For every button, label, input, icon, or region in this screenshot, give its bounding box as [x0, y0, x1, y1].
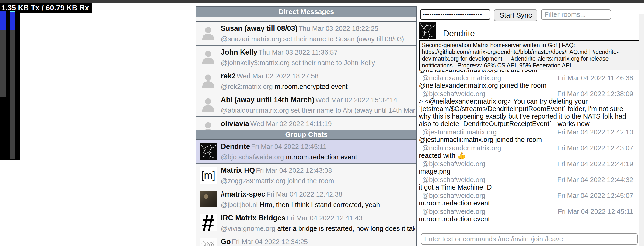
preview-sender: @jboi:jboi.nl: [221, 201, 258, 208]
person-icon: [200, 25, 216, 42]
room-row-oliviavia[interactable]: oliviavia Wed Mar 02 2022 14:11:19: [196, 117, 416, 130]
rx-bar-cyan-segment: [10, 11, 16, 12]
chat-panel: Start Sync Dendrite Second-generation Ma…: [419, 7, 644, 246]
room-timestamp: Wed Mar 02 2022 18:27:58: [236, 72, 318, 80]
room-name: Matrix HQ: [221, 166, 255, 174]
preview-text: m.room.redaction event: [286, 153, 357, 161]
chat-scrollbar[interactable]: [639, 14, 644, 246]
tx-bar: [0, 11, 6, 160]
message-body: image.png: [419, 168, 639, 175]
preview-sender: @bjo:schafweide.org: [221, 153, 284, 161]
room-name: IRC Matrix Bridges: [221, 214, 285, 222]
message-timestamp: Fri Mar 04 2022 12:38:09: [557, 90, 633, 98]
window-top-strip: [0, 0, 644, 3]
room-name: John Kelly: [221, 48, 257, 56]
message-timestamp: Fri Mar 04 2022 12:45:07: [557, 192, 633, 199]
message-body: m.room.redaction event: [419, 199, 639, 207]
room-timestamp: Fri Mar 04 2022 12:43:08: [256, 167, 332, 174]
room-name: rek2: [221, 72, 236, 80]
hash-icon: #: [200, 214, 216, 231]
message-body: it got a Time Machine :D: [419, 184, 639, 191]
person-icon: [200, 72, 216, 90]
dendrite-avatar: [419, 22, 436, 39]
tx-bar-gray-segment: [0, 30, 6, 97]
room-name: #matrix-spec: [221, 190, 265, 198]
gopher-avatar: [200, 238, 216, 246]
room-timestamp: Fri Mar 04 2022 12:45:11: [251, 143, 327, 150]
photo-avatar: [200, 191, 216, 208]
room-name: Abi (away until 14th March): [221, 96, 314, 104]
message: @jestunmactii:matrix.orgFri Mar 04 2022 …: [419, 128, 639, 143]
message-timestamp: Fri Mar 04 2022 11:46:38: [558, 74, 634, 82]
message-sender: @bjo:schafweide.org: [422, 192, 485, 199]
scrolled-row-remnant: [196, 17, 416, 22]
preview-sender: @snazari:matrix.org: [221, 35, 282, 43]
sync-toolbar: Start Sync: [420, 9, 611, 21]
preview-text: Hrm, then I think I stand corrected, yea…: [260, 201, 380, 208]
room-row-abi[interactable]: Abi (away until 14th March) Wed Mar 02 2…: [196, 93, 416, 117]
room-timestamp: Fri Mar 04 2022 12:41:43: [286, 214, 362, 222]
message-timestamp: Fri Mar 04 2022 12:43:07: [557, 144, 633, 152]
room-row-go[interactable]: Go Fri Mar 04 2022 12:34:25: [196, 235, 416, 246]
rx-bar: [10, 11, 16, 160]
room-timestamp: Fri Mar 04 2022 12:34:25: [232, 238, 308, 246]
room-row-matrix-hq[interactable]: [m] Matrix HQ Fri Mar 04 2022 12:43:08 @…: [196, 164, 416, 188]
message-timeline: @neilalexander:matrix.orgFri Mar 04 2022…: [419, 58, 639, 224]
preview-text: after a bridge is restarted, how long do…: [277, 225, 415, 232]
message-body: m.room.redaction event: [419, 215, 639, 223]
room-timestamp: Thu Mar 03 2022 11:36:57: [258, 48, 338, 56]
message: @neilalexander:matrix.orgFri Mar 04 2022…: [419, 74, 639, 89]
room-timestamp: Wed Mar 02 2022 15:02:14: [316, 96, 397, 104]
matrix-logo-avatar: [m]: [200, 167, 216, 184]
room-row-dendrite[interactable]: Dendrite Fri Mar 04 2022 12:45:11 @bjo:s…: [196, 140, 416, 164]
message: @bjo:schafweide.orgFri Mar 04 2022 12:44…: [419, 160, 639, 175]
room-row-matrix-spec[interactable]: #matrix-spec Fri Mar 04 2022 12:42:38 @j…: [196, 188, 416, 211]
rx-bar-blue-segment: [10, 12, 16, 30]
preview-sender: @zogg289:matrix.org: [221, 177, 286, 184]
message-sender: @neilalexander:matrix.org: [422, 74, 501, 82]
person-icon: [200, 96, 216, 113]
message-body: @jestunmactii:matrix.org joined the room: [419, 136, 639, 143]
message-composer-input[interactable]: [421, 234, 638, 244]
message-timestamp: Fri Mar 04 2022 12:44:32: [557, 176, 633, 184]
person-icon: [200, 120, 216, 130]
room-name: Go: [221, 238, 231, 246]
group-chats-header: Group Chats: [196, 130, 416, 140]
message-sender: @bjo:schafweide.org: [422, 90, 485, 98]
message-sender: @bjo:schafweide.org: [422, 160, 485, 168]
room-row-irc-matrix-bridges[interactable]: # IRC Matrix Bridges Fri Mar 04 2022 12:…: [196, 211, 416, 235]
message-sender: @neilalexander:matrix.org: [422, 144, 501, 152]
room-timestamp: Thu Mar 03 2022 18:22:25: [299, 25, 378, 32]
preview-sender: @vivia:gnome.org: [221, 225, 275, 232]
room-name: Susan (away till 08/03): [221, 24, 298, 32]
dendrite-avatar: [200, 143, 216, 160]
message-body: > <@neilalexander:matrix.org> You can tr…: [419, 98, 639, 128]
message-sender: @bjo:schafweide.org: [422, 176, 485, 184]
room-row-susan[interactable]: Susan (away till 08/03) Thu Mar 03 2022 …: [196, 22, 416, 46]
preview-text: m.room.encrypted event: [275, 83, 348, 90]
preview-sender: @abialdouri:matrix.org: [221, 107, 289, 114]
message: @bjo:schafweide.orgFri Mar 04 2022 12:45…: [419, 208, 639, 223]
preview-text: set their name to John Kelly: [292, 59, 375, 66]
message-body: reacted with 👍: [419, 152, 639, 159]
preview-sender: @johnkelly3:matrix.org: [221, 59, 290, 66]
preview-text: set their name to Abi (away until 14th M…: [291, 107, 415, 114]
room-timestamp: Fri Mar 04 2022 12:42:38: [266, 190, 342, 198]
access-token-input[interactable]: [420, 9, 490, 20]
start-sync-button[interactable]: Start Sync: [494, 9, 537, 21]
direct-messages-header: Direct Messages: [196, 7, 416, 17]
preview-text: joined the room: [288, 177, 334, 184]
message-timestamp: Fri Mar 04 2022 12:42:10: [557, 128, 633, 136]
room-topic: Second-generation Matrix homeserver writ…: [419, 40, 639, 70]
message-body: @neilalexander:matrix.org joined the roo…: [419, 82, 639, 89]
person-icon: [200, 49, 216, 66]
room-timestamp: Wed Mar 02 2022 14:11:19: [250, 120, 332, 128]
message: @bjo:schafweide.orgFri Mar 04 2022 12:45…: [419, 192, 639, 207]
message-timestamp: Fri Mar 04 2022 12:45:11: [558, 208, 634, 215]
room-name: oliviavia: [221, 120, 249, 128]
room-row-rek2[interactable]: rek2 Wed Mar 02 2022 18:27:58 @rek2:matr…: [196, 69, 416, 93]
room-row-john-kelly[interactable]: John Kelly Thu Mar 03 2022 11:36:57 @joh…: [196, 46, 416, 69]
filter-rooms-input[interactable]: [541, 9, 611, 20]
room-list-panel: Direct Messages Susan (away till 08/03) …: [196, 6, 417, 246]
message: @neilalexander:matrix.orgFri Mar 04 2022…: [419, 144, 639, 159]
